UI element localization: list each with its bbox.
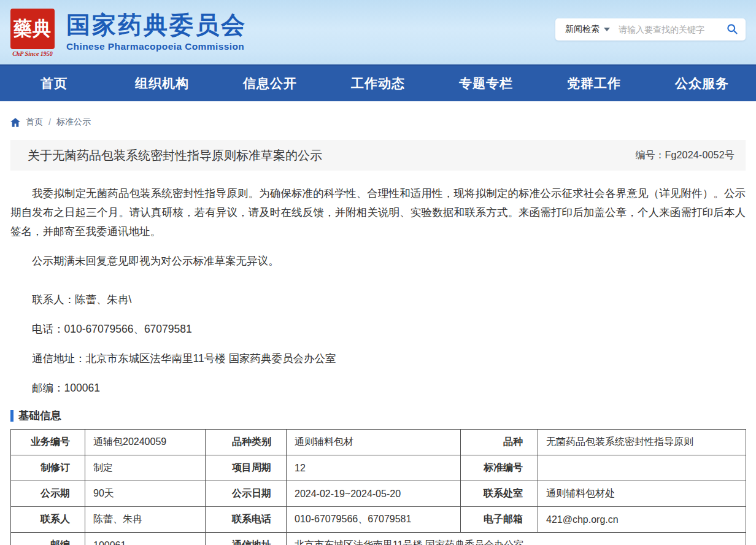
- cell-label: 联系人: [11, 507, 85, 533]
- basic-info-section-header: 基础信息: [10, 408, 746, 423]
- nav-item-special-topics[interactable]: 专题专栏: [432, 66, 540, 101]
- chp-seal-icon: 藥典: [10, 9, 55, 49]
- search-category-dropdown[interactable]: 新闻检索: [555, 24, 616, 35]
- cell-value: 010-67079566、67079581: [287, 507, 461, 533]
- home-icon[interactable]: [10, 118, 20, 127]
- table-row: 公示期 90天 公示日期 2024-02-19~2024-05-20 联系处室 …: [11, 481, 746, 507]
- phone-line: 电话：010-67079566、67079581: [10, 320, 746, 339]
- breadcrumb-separator: /: [48, 117, 51, 127]
- site-logo[interactable]: 藥典 ChP Since 1950: [7, 7, 58, 57]
- cell-value: 2024-02-19~2024-05-20: [287, 481, 461, 507]
- site-subtitle: Chinese Pharmacopoeia Commission: [66, 41, 247, 52]
- cell-label: 项目周期: [206, 455, 287, 481]
- cell-label: 标准编号: [461, 455, 538, 481]
- mail-address-line: 通信地址：北京市东城区法华南里11号楼 国家药典委员会办公室: [10, 349, 746, 368]
- breadcrumb: 首页 / 标准公示: [0, 101, 756, 137]
- search-input[interactable]: [616, 25, 722, 34]
- seal-characters: 藥典: [14, 19, 52, 39]
- cell-label: 业务编号: [11, 430, 85, 455]
- logo-caption: ChP Since 1950: [7, 50, 58, 57]
- cell-label: 公示日期: [206, 481, 287, 507]
- table-row: 制修订 制定 项目周期 12 标准编号: [11, 455, 746, 481]
- cell-label: 邮编: [11, 533, 85, 545]
- cell-label: 品种类别: [206, 430, 287, 455]
- cell-label: 品种: [461, 430, 538, 455]
- site-titles: 国家药典委员会 Chinese Pharmacopoeia Commission: [66, 12, 247, 52]
- article-paragraph: 我委拟制定无菌药品包装系统密封性指导原则。为确保标准的科学性、合理性和适用性，现…: [10, 184, 746, 241]
- cell-label: 制修订: [11, 455, 85, 481]
- cell-value: 无菌药品包装系统密封性指导原则: [538, 430, 746, 455]
- doc-number: 编号：Fg2024-0052号: [635, 149, 735, 162]
- postal-code-line: 邮编：100061: [10, 379, 746, 398]
- cell-value: 通辅包20240059: [85, 430, 206, 455]
- nav-item-public-service[interactable]: 公众服务: [648, 66, 756, 101]
- cell-value: 421@chp.org.cn: [538, 507, 746, 533]
- breadcrumb-home[interactable]: 首页: [26, 117, 43, 128]
- table-row: 业务编号 通辅包20240059 品种类别 通则辅料包材 品种 无菌药品包装系统…: [11, 430, 746, 455]
- breadcrumb-current[interactable]: 标准公示: [56, 117, 91, 128]
- doc-number-label: 编号：: [635, 150, 665, 160]
- site-header: 藥典 ChP Since 1950 国家药典委员会 Chinese Pharma…: [0, 0, 756, 64]
- basic-info-table: 业务编号 通辅包20240059 品种类别 通则辅料包材 品种 无菌药品包装系统…: [10, 429, 746, 545]
- cell-label: 电子邮箱: [461, 507, 538, 533]
- nav-item-info-disclosure[interactable]: 信息公开: [216, 66, 324, 101]
- nav-item-party-work[interactable]: 党群工作: [540, 66, 648, 101]
- cell-value: 制定: [85, 455, 206, 481]
- article-paragraph: 公示期满未回复意见即视为对公示标准草案无异议。: [10, 252, 746, 271]
- cell-value: 90天: [85, 481, 206, 507]
- section-accent-bar: [10, 410, 14, 422]
- chevron-down-icon: [604, 28, 610, 31]
- section-title: 基础信息: [18, 408, 61, 423]
- article-body: 我委拟制定无菌药品包装系统密封性指导原则。为确保标准的科学性、合理性和适用性，现…: [10, 171, 746, 398]
- cell-label: 公示期: [11, 481, 85, 507]
- cell-label: 联系电话: [206, 507, 287, 533]
- nav-item-work-updates[interactable]: 工作动态: [324, 66, 432, 101]
- cell-value: 北京市东城区法华南里11号楼 国家药典委员会办公室: [287, 533, 746, 545]
- contact-person-line: 联系人：陈蕾、朱冉\: [10, 290, 746, 309]
- cell-value: 12: [287, 455, 461, 481]
- cell-value: 100061: [85, 533, 206, 545]
- search-button[interactable]: [722, 23, 746, 37]
- site-title: 国家药典委员会: [66, 12, 247, 39]
- table-row: 邮编 100061 通信地址 北京市东城区法华南里11号楼 国家药典委员会办公室: [11, 533, 746, 545]
- cell-value: [538, 455, 746, 481]
- doc-number-value: Fg2024-0052号: [665, 150, 735, 160]
- cell-value: 通则辅料包材: [287, 430, 461, 455]
- article-title-bar: 关于无菌药品包装系统密封性指导原则标准草案的公示 编号：Fg2024-0052号: [10, 140, 746, 171]
- nav-item-home[interactable]: 首页: [0, 66, 108, 101]
- main-nav: 首页 组织机构 信息公开 工作动态 专题专栏 党群工作 公众服务: [0, 64, 756, 101]
- cell-value: 通则辅料包材处: [538, 481, 746, 507]
- nav-item-organization[interactable]: 组织机构: [108, 66, 216, 101]
- search-icon: [726, 23, 738, 37]
- main-content: 关于无菌药品包装系统密封性指导原则标准草案的公示 编号：Fg2024-0052号…: [0, 140, 756, 545]
- search-bar: 新闻检索: [555, 18, 746, 41]
- cell-value: 陈蕾、朱冉: [85, 507, 206, 533]
- cell-label: 通信地址: [206, 533, 287, 545]
- search-category-label: 新闻检索: [565, 24, 600, 35]
- cell-label: 联系处室: [461, 481, 538, 507]
- article-title: 关于无菌药品包装系统密封性指导原则标准草案的公示: [28, 147, 322, 164]
- table-row: 联系人 陈蕾、朱冉 联系电话 010-67079566、67079581 电子邮…: [11, 507, 746, 533]
